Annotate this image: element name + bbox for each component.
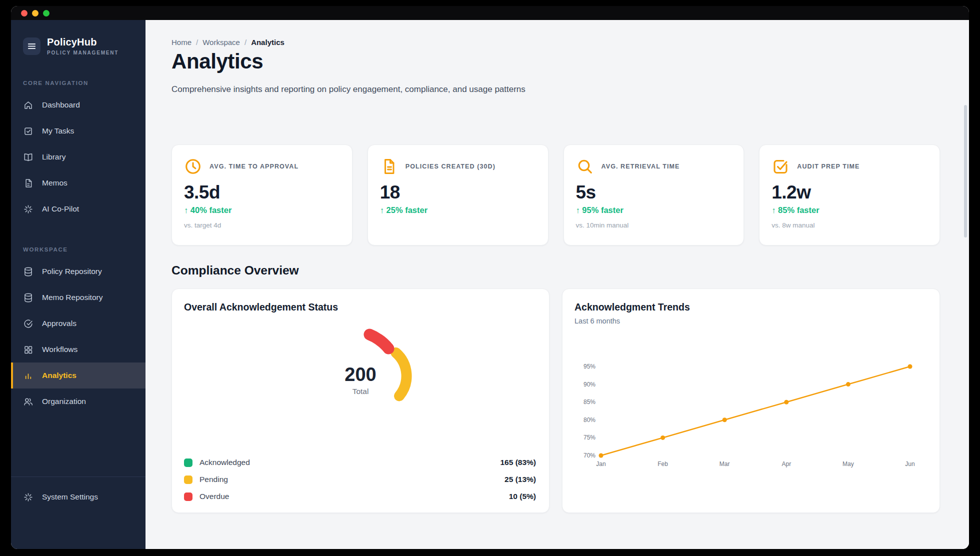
acknowledgment-trends-card: Acknowledgment Trends Last 6 months 95%9… bbox=[562, 288, 940, 513]
breadcrumb-separator: / bbox=[244, 38, 246, 46]
task-check-icon bbox=[23, 126, 34, 136]
sidebar-item-label: AI Co-Pilot bbox=[42, 204, 79, 214]
line-chart: 95%90%85%80%75%70%JanFebMarAprMayJun bbox=[562, 354, 941, 479]
sidebar-item-my-tasks[interactable]: My Tasks bbox=[11, 118, 146, 144]
stat-footnote: vs. 8w manual bbox=[772, 222, 928, 230]
svg-text:Jan: Jan bbox=[596, 460, 606, 468]
section-label-workspace: WORKSPACE bbox=[11, 246, 146, 252]
donut-total-value: 200 bbox=[172, 364, 549, 386]
svg-text:85%: 85% bbox=[584, 398, 596, 406]
sidebar-item-label: Memos bbox=[42, 178, 68, 188]
sidebar-item-label: Dashboard bbox=[42, 100, 80, 110]
sidebar-item-label: Library bbox=[42, 152, 66, 162]
svg-text:95%: 95% bbox=[584, 363, 596, 370]
check-square-icon bbox=[772, 158, 790, 176]
sidebar-item-ai-co-pilot[interactable]: AI Co-Pilot bbox=[11, 196, 146, 222]
sidebar-item-organization[interactable]: Organization bbox=[11, 388, 146, 414]
grid-icon bbox=[23, 344, 34, 355]
section-label-core-navigation: CORE NAVIGATION bbox=[11, 80, 146, 86]
file-text-icon bbox=[23, 178, 34, 188]
sun-icon bbox=[23, 492, 34, 502]
breadcrumb-workspace[interactable]: Workspace bbox=[202, 38, 240, 46]
svg-text:May: May bbox=[842, 460, 854, 468]
bar-chart-icon bbox=[23, 370, 34, 381]
book-open-icon bbox=[23, 152, 34, 162]
sidebar-item-policy-repository[interactable]: Policy Repository bbox=[11, 258, 146, 284]
legend-value: 165 (83%) bbox=[500, 458, 536, 467]
sidebar-item-memos[interactable]: Memos bbox=[11, 170, 146, 196]
database-icon bbox=[23, 266, 34, 277]
stat-footnote: vs. target 4d bbox=[184, 222, 340, 230]
stat-delta: ↑ 95% faster bbox=[576, 206, 732, 215]
breadcrumb-current: Analytics bbox=[251, 38, 284, 46]
acknowledgement-status-card: Overall Acknowledgement Status 200 Total… bbox=[172, 288, 550, 513]
sidebar-item-dashboard[interactable]: Dashboard bbox=[11, 92, 146, 118]
legend-label: Overdue bbox=[200, 492, 229, 501]
app-subtitle: POLICY MANAGEMENT bbox=[47, 50, 118, 56]
close-window-button[interactable] bbox=[21, 10, 28, 16]
page-title: Analytics bbox=[172, 50, 940, 74]
donut-legend: Acknowledged 165 (83%) Pending 25 (13%) … bbox=[184, 454, 536, 505]
svg-text:80%: 80% bbox=[584, 416, 596, 424]
minimize-window-button[interactable] bbox=[32, 10, 38, 16]
breadcrumb-home[interactable]: Home bbox=[172, 38, 192, 46]
stat-delta: ↑ 25% faster bbox=[380, 206, 536, 215]
sidebar-item-approvals[interactable]: Approvals bbox=[11, 310, 146, 336]
trends-card-subtitle: Last 6 months bbox=[574, 317, 620, 325]
svg-text:70%: 70% bbox=[584, 452, 596, 459]
sidebar-item-library[interactable]: Library bbox=[11, 144, 146, 170]
stat-value: 5s bbox=[576, 182, 732, 203]
stat-label: AVG. RETRIEVAL TIME bbox=[602, 163, 680, 170]
sidebar-item-workflows[interactable]: Workflows bbox=[11, 336, 146, 362]
sidebar-item-label: Organization bbox=[42, 397, 86, 406]
breadcrumb: Home / Workspace / Analytics bbox=[172, 38, 940, 46]
window-titlebar bbox=[11, 6, 969, 20]
stat-delta: ↑ 85% faster bbox=[772, 206, 928, 215]
svg-text:Jun: Jun bbox=[905, 460, 914, 468]
section-title-compliance-overview: Compliance Overview bbox=[172, 264, 940, 278]
legend-row-pending: Pending 25 (13%) bbox=[184, 471, 536, 488]
legend-value: 10 (5%) bbox=[509, 492, 536, 501]
stat-label: AVG. TIME TO APPROVAL bbox=[210, 163, 298, 170]
sidebar-item-label: My Tasks bbox=[42, 126, 74, 136]
stat-label: AUDIT PREP TIME bbox=[797, 163, 860, 170]
hamburger-menu-icon[interactable] bbox=[23, 38, 40, 55]
stat-footnote: vs. 10min manual bbox=[576, 222, 732, 230]
sidebar-item-analytics[interactable]: Analytics bbox=[11, 362, 146, 388]
database-icon bbox=[23, 292, 34, 303]
app-title: PolicyHub bbox=[47, 36, 118, 48]
sidebar-divider bbox=[11, 476, 146, 477]
legend-swatch-green bbox=[184, 458, 192, 467]
sidebar-item-label: Memo Repository bbox=[42, 293, 102, 302]
sidebar-item-memo-repository[interactable]: Memo Repository bbox=[11, 284, 146, 310]
breadcrumb-separator: / bbox=[196, 38, 198, 46]
sparkle-icon bbox=[23, 204, 34, 214]
legend-label: Acknowledged bbox=[200, 458, 250, 467]
main-content: Home / Workspace / Analytics Analytics C… bbox=[146, 20, 969, 549]
vertical-scrollbar[interactable] bbox=[964, 105, 967, 238]
stat-value: 1.2w bbox=[772, 182, 928, 203]
stat-card-avg-retrieval-time: AVG. RETRIEVAL TIME 5s ↑ 95% faster vs. … bbox=[564, 144, 744, 246]
maximize-window-button[interactable] bbox=[43, 10, 50, 16]
sidebar-item-label: Analytics bbox=[42, 371, 76, 380]
document-icon bbox=[380, 158, 398, 176]
svg-text:Apr: Apr bbox=[782, 460, 791, 468]
sidebar-item-label: Workflows bbox=[42, 345, 78, 354]
check-circle-icon bbox=[23, 318, 34, 329]
donut-card-title: Overall Acknowledgement Status bbox=[184, 302, 338, 313]
app-window: PolicyHub POLICY MANAGEMENT CORE NAVIGAT… bbox=[11, 6, 969, 549]
stat-card-audit-prep-time: AUDIT PREP TIME 1.2w ↑ 85% faster vs. 8w… bbox=[759, 144, 940, 246]
svg-text:90%: 90% bbox=[584, 381, 596, 388]
stats-row: AVG. TIME TO APPROVAL 3.5d ↑ 40% faster … bbox=[172, 144, 940, 246]
legend-label: Pending bbox=[200, 475, 228, 484]
stat-value: 3.5d bbox=[184, 182, 340, 203]
sidebar-item-system-settings[interactable]: System Settings bbox=[11, 484, 146, 510]
sidebar: PolicyHub POLICY MANAGEMENT CORE NAVIGAT… bbox=[11, 20, 146, 549]
svg-text:75%: 75% bbox=[584, 434, 596, 441]
donut-total-label: Total bbox=[172, 387, 549, 396]
search-icon bbox=[576, 158, 594, 176]
sidebar-item-label: Approvals bbox=[42, 319, 76, 328]
sidebar-item-label: Policy Repository bbox=[42, 267, 102, 276]
legend-row-overdue: Overdue 10 (5%) bbox=[184, 488, 536, 505]
stat-value: 18 bbox=[380, 182, 536, 203]
